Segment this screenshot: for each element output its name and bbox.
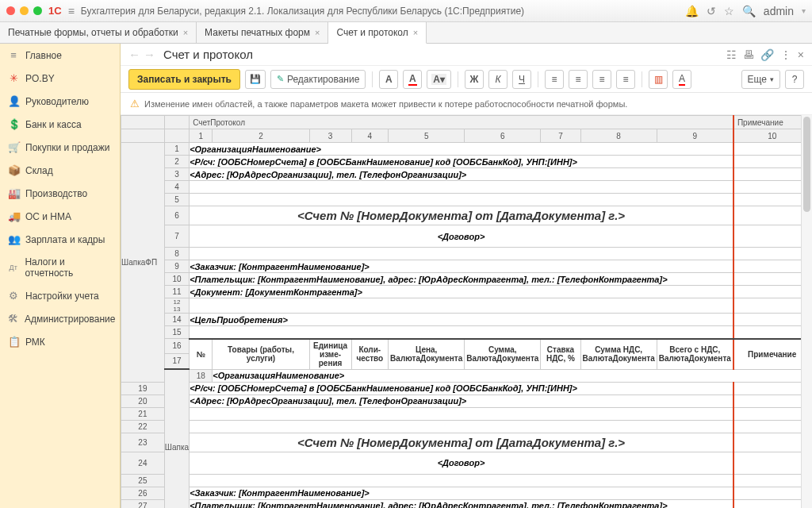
save-and-close-button[interactable]: Записать и закрыть: [128, 69, 240, 90]
row-num[interactable]: 18: [190, 369, 213, 382]
col-10[interactable]: 10: [733, 129, 810, 143]
sidebar-item-stock[interactable]: 📦Склад: [0, 159, 120, 182]
sidebar-item-bank[interactable]: 💲Банк и касса: [0, 113, 120, 136]
row-num[interactable]: 7: [164, 225, 189, 248]
cell[interactable]: [733, 260, 810, 273]
row-num[interactable]: 21: [121, 407, 165, 420]
print-icon[interactable]: 🖶: [743, 48, 754, 61]
sidebar-item-taxes[interactable]: ДтНалоги и отчетность: [0, 251, 120, 284]
row-num[interactable]: 6: [164, 206, 189, 225]
hdr-qty[interactable]: Коли- чество: [351, 339, 389, 370]
cell[interactable]: [733, 181, 810, 194]
cell[interactable]: [733, 499, 810, 508]
cell[interactable]: [190, 248, 733, 260]
bg-color-button[interactable]: A▾: [427, 70, 451, 89]
hdr-unit[interactable]: Единица изме- рения: [309, 339, 351, 370]
help-button[interactable]: ?: [785, 70, 804, 89]
cell[interactable]: [733, 248, 810, 260]
col-7[interactable]: 7: [541, 129, 580, 143]
col-3[interactable]: 3: [309, 129, 351, 143]
hdr-sum[interactable]: Сумма, ВалютаДокумента: [465, 339, 541, 370]
sidebar-item-rmk[interactable]: 📋РМК: [0, 330, 120, 353]
font-button[interactable]: A: [379, 70, 398, 89]
cell[interactable]: <Договор>: [190, 452, 733, 474]
cell[interactable]: <Р/сч: [ООБСНомерСчета] в [ООБСБанкНаиме…: [190, 156, 733, 168]
cell[interactable]: [733, 156, 810, 168]
star-icon[interactable]: ☆: [724, 5, 734, 17]
user-label[interactable]: admin: [764, 5, 794, 17]
window-controls[interactable]: [6, 6, 42, 15]
col-9[interactable]: 9: [657, 129, 733, 143]
row-num[interactable]: 10: [164, 273, 189, 286]
cell[interactable]: <ЦельПриобретения>: [190, 314, 733, 326]
col-8[interactable]: 8: [580, 129, 657, 143]
spreadsheet[interactable]: СчетПротокол Примечание 1 2 3 4 5 6 7 8 …: [121, 115, 812, 508]
row-num[interactable]: 19: [121, 382, 165, 394]
tab-print-forms[interactable]: Печатные формы, отчеты и обработки ×: [0, 22, 197, 43]
cell[interactable]: <Адрес: [ЮрАдресОрганизации], тел. [Теле…: [190, 394, 733, 407]
spreadsheet-area[interactable]: СчетПротокол Примечание 1 2 3 4 5 6 7 8 …: [121, 115, 812, 508]
cell[interactable]: [733, 143, 810, 156]
cell[interactable]: [190, 298, 733, 314]
cell-title[interactable]: <Счет № [НомерДокумента] от [ДатаДокумен…: [190, 433, 733, 452]
align-center-button[interactable]: ≡: [569, 70, 588, 89]
cell[interactable]: [733, 286, 810, 298]
cell[interactable]: <Документ: [ДокументКонтрагента]>: [190, 286, 733, 298]
row-num[interactable]: 27: [121, 499, 165, 508]
close-icon[interactable]: [6, 6, 15, 15]
sidebar-item-salary[interactable]: 👥Зарплата и кадры: [0, 228, 120, 251]
minimize-icon[interactable]: [20, 6, 29, 15]
report-icon[interactable]: ☷: [726, 48, 737, 61]
cell[interactable]: [733, 194, 810, 206]
cell[interactable]: [733, 433, 810, 452]
cell[interactable]: <Р/сч: [ООБСНомерСчета] в [ООБСБанкНаиме…: [190, 382, 733, 394]
sidebar-item-admin[interactable]: 🛠Администрирование: [0, 307, 120, 330]
search-icon[interactable]: 🔍: [742, 5, 756, 17]
cell[interactable]: [733, 474, 810, 487]
forward-icon[interactable]: →: [144, 48, 155, 61]
cell[interactable]: [733, 326, 810, 339]
row-num[interactable]: 11: [164, 286, 189, 298]
cell[interactable]: [190, 181, 733, 194]
hdr-vat-rate[interactable]: Ставка НДС, %: [541, 339, 580, 370]
cell[interactable]: [733, 407, 810, 420]
col-1[interactable]: 1: [190, 129, 213, 143]
hdr-no[interactable]: №: [190, 339, 213, 370]
link-icon[interactable]: 🔗: [760, 48, 774, 61]
scrollbar-thumb[interactable]: [803, 117, 810, 212]
sidebar-item-settings[interactable]: ⚙Настройки учета: [0, 284, 120, 307]
underline-button[interactable]: Ч: [512, 70, 531, 89]
sidebar-item-production[interactable]: 🏭Производство: [0, 182, 120, 205]
hdr-goods[interactable]: Товары (работы, услуги): [213, 339, 309, 370]
dropdown-icon[interactable]: ▾: [802, 6, 806, 15]
close-icon[interactable]: ×: [315, 28, 320, 37]
close-page-icon[interactable]: ×: [798, 48, 804, 61]
cell[interactable]: [733, 394, 810, 407]
tab-layouts[interactable]: Макеты печатных форм ×: [197, 22, 328, 43]
cell[interactable]: [733, 382, 810, 394]
border-color-button[interactable]: A: [672, 70, 691, 89]
tab-invoice-protocol[interactable]: Счет и протокол ×: [328, 22, 427, 44]
cell[interactable]: [733, 487, 810, 499]
back-icon[interactable]: ←: [128, 48, 140, 61]
row-num[interactable]: 15: [164, 326, 189, 339]
more-icon[interactable]: ⋮: [780, 48, 791, 61]
cell[interactable]: <Заказчик: [КонтрагентНаименование]>: [190, 487, 733, 499]
row-num[interactable]: 23: [121, 433, 165, 452]
col-6[interactable]: 6: [465, 129, 541, 143]
hdr-price[interactable]: Цена, ВалютаДокумента: [389, 339, 465, 370]
col-5[interactable]: 5: [389, 129, 465, 143]
col-4[interactable]: 4: [351, 129, 389, 143]
sidebar-item-sales[interactable]: 🛒Покупки и продажи: [0, 136, 120, 159]
cell-title[interactable]: <Счет № [НомерДокумента] от [ДатаДокумен…: [190, 206, 733, 225]
row-num[interactable]: 4: [164, 181, 189, 194]
cell[interactable]: <Заказчик: [КонтрагентНаименование]>: [190, 260, 733, 273]
border-button[interactable]: ▥: [649, 70, 668, 89]
cell[interactable]: [733, 206, 810, 225]
cell[interactable]: [190, 420, 733, 433]
row-num[interactable]: 25: [121, 474, 165, 487]
close-icon[interactable]: ×: [413, 28, 418, 37]
hdr-vat-sum[interactable]: Сумма НДС, ВалютаДокумента: [580, 339, 657, 370]
maximize-icon[interactable]: [33, 6, 42, 15]
sidebar-item-os[interactable]: 🚚ОС и НМА: [0, 205, 120, 228]
